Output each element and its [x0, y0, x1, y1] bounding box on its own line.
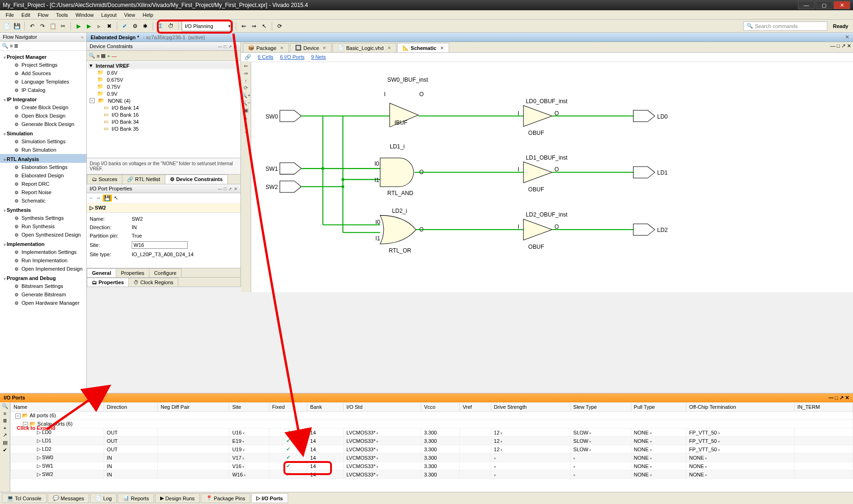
- io-group-row[interactable]: − 📂 All ports (6): [11, 412, 853, 420]
- dc-volt-2[interactable]: 📁 0.75V: [88, 83, 240, 90]
- fn-item-add-sources[interactable]: ⚙Add Sources: [0, 69, 86, 77]
- sv-back-icon[interactable]: ⇐: [244, 63, 248, 69]
- sigma-icon[interactable]: Σ: [156, 21, 165, 31]
- dc-bank-35[interactable]: ▭ I/O Bank 35: [88, 125, 240, 132]
- io-col-direction[interactable]: Direction: [104, 403, 157, 412]
- expand-icon[interactable]: ≡: [10, 43, 13, 49]
- ed-max-icon[interactable]: □: [837, 43, 840, 49]
- tab-device[interactable]: 🔲Device✕: [290, 43, 332, 52]
- io-row-sw0[interactable]: ▷ SW0INV17✔14LVCMOS33*3.300NONENONE: [11, 454, 853, 462]
- port-sw2[interactable]: SW2: [266, 181, 302, 193]
- redo-icon[interactable]: ↷: [38, 21, 47, 31]
- dc-bank-34[interactable]: ▭ I/O Bank 34: [88, 118, 240, 125]
- tab-sources[interactable]: 🗂Sources: [87, 175, 122, 184]
- fn-item-language-templates[interactable]: ⚙Language Templates: [0, 77, 86, 86]
- tab-clock-regions[interactable]: ⏱Clock Regions: [128, 278, 178, 287]
- menu-file[interactable]: File: [2, 11, 18, 19]
- io-collapse-icon[interactable]: ≣: [3, 418, 7, 424]
- tab-bottom-properties[interactable]: 🗂Properties: [87, 278, 129, 287]
- sv-plus-icon[interactable]: +: [244, 122, 247, 128]
- io-col-off-chip-termination[interactable]: Off-Chip Termination: [686, 403, 795, 412]
- io-expand-icon[interactable]: ≡: [3, 411, 6, 416]
- menu-help[interactable]: Help: [139, 11, 157, 19]
- io-col-in_term[interactable]: IN_TERM: [794, 403, 853, 412]
- menu-tools[interactable]: Tools: [52, 11, 72, 19]
- tab-package[interactable]: 📦Package✕: [243, 43, 289, 52]
- io-add-icon[interactable]: +: [3, 425, 6, 431]
- io-ports-table[interactable]: NameDirectionNeg Diff PairSiteFixedBankI…: [10, 402, 853, 492]
- pp-close-icon[interactable]: ✕: [234, 187, 238, 191]
- pp-back-icon[interactable]: ←: [89, 195, 94, 201]
- gear-icon[interactable]: ⚙: [130, 21, 140, 31]
- menu-layout[interactable]: Layout: [98, 11, 120, 19]
- gate-obuf-0[interactable]: LD0_OBUF_inst IO OBUF: [518, 98, 568, 137]
- fn-item-open-block-design[interactable]: ⚙Open Block Design: [0, 112, 86, 120]
- pointer-icon[interactable]: ↖: [260, 21, 269, 31]
- link-nets[interactable]: 9 Nets: [311, 54, 326, 60]
- fn-section-project-manager[interactable]: Project Manager: [0, 52, 86, 61]
- io-close-icon[interactable]: ✕: [845, 395, 849, 400]
- close-icon[interactable]: ✕: [388, 46, 391, 50]
- io-col-slew-type[interactable]: Slew Type: [570, 403, 631, 412]
- dc-float-icon[interactable]: ↗: [228, 44, 232, 49]
- back-icon[interactable]: ⇐: [239, 21, 248, 31]
- dc-close-icon[interactable]: ✕: [234, 44, 238, 49]
- io-col-neg-diff-pair[interactable]: Neg Diff Pair: [158, 403, 229, 412]
- port-sw1[interactable]: SW1: [266, 163, 302, 175]
- minimize-button[interactable]: —: [798, 1, 815, 9]
- dc-min-icon[interactable]: —: [218, 44, 222, 49]
- fn-item-generate-block-design[interactable]: ⚙Generate Block Design: [0, 120, 86, 128]
- port-ld1[interactable]: LD1: [633, 167, 668, 178]
- pp-fwd-icon[interactable]: →: [96, 195, 101, 201]
- tab-reports[interactable]: 📊Reports: [118, 493, 154, 503]
- run-step-icon[interactable]: ▶: [84, 21, 93, 31]
- io-col-pull-type[interactable]: Pull Type: [631, 403, 686, 412]
- gate-obuf-2[interactable]: LD2_OBUF_inst IO OBUF: [518, 211, 568, 250]
- fn-section-synthesis[interactable]: Synthesis: [0, 205, 86, 214]
- stop-icon[interactable]: ▹: [94, 21, 104, 31]
- check-icon[interactable]: ✔: [120, 21, 129, 31]
- schem-link-icon[interactable]: 🔗: [245, 54, 251, 60]
- dc-max-icon[interactable]: □: [224, 44, 226, 49]
- ed-close-icon[interactable]: ✕: [847, 43, 851, 49]
- sv-select-icon[interactable]: ↖: [244, 115, 248, 121]
- dc-bank-16[interactable]: ▭ I/O Bank 16: [88, 111, 240, 118]
- dc-volt-1[interactable]: 📁 0.675V: [88, 76, 240, 83]
- collapse-all-icon[interactable]: ≣: [14, 43, 18, 49]
- sv-fwd-icon[interactable]: ⇒: [244, 70, 248, 77]
- close-button[interactable]: ✕: [833, 1, 850, 9]
- io-float-icon[interactable]: ↗: [839, 395, 844, 400]
- tab-device-constraints[interactable]: ⚙Device Constraints: [165, 175, 228, 184]
- io-row-sw2[interactable]: ▷ SW2INW16✔14LVCMOS33*3.300NONENONE: [11, 470, 853, 479]
- io-export-icon[interactable]: ↗: [3, 432, 7, 438]
- close-icon[interactable]: ✕: [440, 46, 444, 50]
- save-icon[interactable]: 💾: [12, 21, 21, 31]
- dc-expand-icon[interactable]: ≡: [97, 53, 99, 59]
- io-row-ld0[interactable]: ▷ LD0OUTU16✔14LVCMOS33*3.30012SLOWNONEFP…: [11, 428, 853, 437]
- port-sw0[interactable]: SW0: [266, 110, 302, 122]
- tab-messages[interactable]: 💬Messages: [48, 493, 89, 503]
- sv-minus-icon[interactable]: −: [244, 129, 247, 135]
- dc-none[interactable]: − 📂 NONE (4): [88, 97, 240, 104]
- pp-max-icon[interactable]: □: [224, 187, 226, 191]
- sv-zoomout-icon[interactable]: 🔍−: [241, 100, 250, 106]
- dc-zoom-icon[interactable]: 🔍: [89, 53, 95, 59]
- fn-section-ip-integrator[interactable]: IP Integrator: [0, 94, 86, 103]
- menu-edit[interactable]: Edit: [18, 11, 34, 19]
- magnify-icon[interactable]: 🔍: [2, 43, 8, 49]
- tab-design-runs[interactable]: ▶Design Runs: [155, 493, 200, 503]
- fn-item-project-settings[interactable]: ⚙Project Settings: [0, 61, 86, 69]
- pp-min-icon[interactable]: —: [218, 187, 222, 191]
- prop-site[interactable]: Site:: [89, 240, 239, 250]
- tab-log[interactable]: 📄Log: [90, 493, 117, 503]
- link-ports[interactable]: 6 I/O Ports: [280, 54, 305, 60]
- undo-icon[interactable]: ↶: [28, 21, 37, 31]
- fwd-icon[interactable]: ⇒: [249, 21, 259, 31]
- elaborated-close-icon[interactable]: ✕: [845, 34, 849, 40]
- io-row-ld2[interactable]: ▷ LD2OUTU19✔14LVCMOS33*3.30012SLOWNONEFP…: [11, 445, 853, 454]
- sv-refresh-icon[interactable]: ⟳: [244, 85, 248, 91]
- dc-add-icon[interactable]: +: [107, 53, 110, 59]
- menu-window[interactable]: Window: [72, 11, 98, 19]
- gate-ibuf[interactable]: SW0_IBUF_inst IO IBUF: [384, 77, 428, 127]
- maximize-button[interactable]: ▢: [816, 1, 832, 9]
